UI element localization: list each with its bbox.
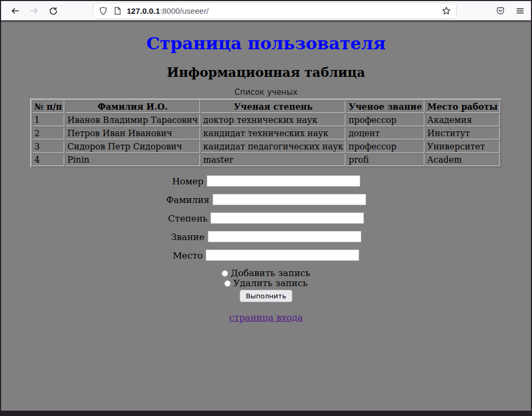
add-record-label: Добавить запись <box>231 268 310 278</box>
page-subtitle: Информационная таблица <box>1 65 531 80</box>
reload-icon <box>49 6 58 15</box>
cell-rank: профессор <box>346 140 424 153</box>
web-page-content: Страница пользователя Информационная таб… <box>1 22 531 411</box>
header-work: Место работы <box>425 101 500 113</box>
header-degree: Ученая степень <box>201 101 345 113</box>
number-input[interactable] <box>207 175 360 187</box>
cell-number: 3 <box>32 140 64 153</box>
back-button[interactable] <box>11 6 20 15</box>
shield-icon[interactable] <box>99 6 108 15</box>
radio-row-add: Добавить запись <box>1 268 531 278</box>
table-row: 2 Петров Иван Иванович кандидат техничес… <box>32 127 500 139</box>
cell-surname: Иванов Владимир Тарасович <box>65 114 200 126</box>
cell-surname: Pinin <box>65 154 200 166</box>
header-surname: Фамилия И.О. <box>65 101 200 113</box>
header-number: № п/п <box>32 101 64 113</box>
form-row-surname: Фамилия <box>1 194 531 205</box>
work-label: Место <box>173 250 203 261</box>
form-row-number: Номер <box>1 175 531 187</box>
delete-record-label: Удалить запись <box>233 278 308 288</box>
table-row: 3 Сидоров Петр Сидорович кандидат педаго… <box>32 140 500 153</box>
scientists-table: № п/п Фамилия И.О. Ученая степень Ученое… <box>30 99 502 168</box>
record-form: Номер Фамилия Степень Звание Место <box>1 175 531 302</box>
rank-input[interactable] <box>208 231 361 242</box>
cell-number: 4 <box>32 154 64 166</box>
star-icon <box>442 6 451 15</box>
cell-rank: профессор <box>346 114 424 126</box>
hamburger-menu-icon <box>516 6 525 15</box>
surname-label: Фамилия <box>166 194 210 205</box>
url-host: 127.0.0.1 <box>127 6 160 15</box>
url-bar[interactable]: 127.0.0.1:8000/useeer/ <box>93 3 457 19</box>
radio-row-delete: Удалить запись <box>1 278 531 288</box>
add-record-radio[interactable] <box>222 270 228 277</box>
execute-button[interactable]: Выполнить <box>240 290 292 302</box>
cell-surname: Сидоров Петр Сидорович <box>65 140 200 153</box>
bookmark-star-button[interactable] <box>442 6 451 15</box>
form-row-rank: Звание <box>1 231 531 242</box>
number-label: Номер <box>172 176 203 187</box>
cell-work: Институт <box>425 127 500 139</box>
browser-toolbar: 127.0.0.1:8000/useeer/ <box>1 1 531 22</box>
page-title: Страница пользователя <box>1 33 531 54</box>
cell-surname: Петров Иван Иванович <box>65 127 200 139</box>
back-arrow-icon <box>11 6 20 15</box>
cell-degree: master <box>201 154 345 166</box>
url-path: :8000/useeer/ <box>160 6 209 15</box>
pocket-icon <box>496 6 505 15</box>
degree-input[interactable] <box>211 213 364 224</box>
cell-degree: кандидат педагогических наук <box>201 140 345 153</box>
forward-button[interactable] <box>30 6 39 15</box>
page-info-icon[interactable] <box>113 6 122 15</box>
rank-label: Звание <box>171 232 204 242</box>
cell-work: Академия <box>425 114 500 126</box>
link-row: страница входа <box>1 312 531 323</box>
button-row: Выполнить <box>1 290 531 302</box>
table-caption: Список ученых <box>1 87 531 97</box>
cell-rank: доцент <box>346 127 424 139</box>
cell-degree: доктор технических наук <box>201 114 345 126</box>
degree-label: Степень <box>168 213 207 224</box>
form-row-work: Место <box>1 250 531 261</box>
cell-work: Университет <box>425 140 500 153</box>
cell-degree: кандидат технических наук <box>201 127 345 139</box>
login-page-link[interactable]: страница входа <box>229 312 303 323</box>
header-rank: Ученое звание <box>346 101 424 113</box>
work-input[interactable] <box>206 250 359 261</box>
url-text[interactable]: 127.0.0.1:8000/useeer/ <box>127 6 442 15</box>
browser-window: 127.0.0.1:8000/useeer/ Страница пользова… <box>0 0 532 416</box>
cell-number: 1 <box>32 114 64 126</box>
surname-input[interactable] <box>213 194 366 205</box>
form-row-degree: Степень <box>1 213 531 224</box>
reload-button[interactable] <box>49 6 58 15</box>
table-row: 4 Pinin master profi Academ <box>32 154 500 166</box>
pocket-button[interactable] <box>496 6 505 15</box>
cell-work: Academ <box>425 154 500 166</box>
cell-number: 2 <box>32 127 64 139</box>
table-header-row: № п/п Фамилия И.О. Ученая степень Ученое… <box>32 101 500 113</box>
app-menu-button[interactable] <box>516 6 525 15</box>
table-row: 1 Иванов Владимир Тарасович доктор техни… <box>32 114 500 126</box>
cell-rank: profi <box>346 154 424 166</box>
forward-arrow-icon <box>30 6 39 15</box>
delete-record-radio[interactable] <box>224 280 231 287</box>
